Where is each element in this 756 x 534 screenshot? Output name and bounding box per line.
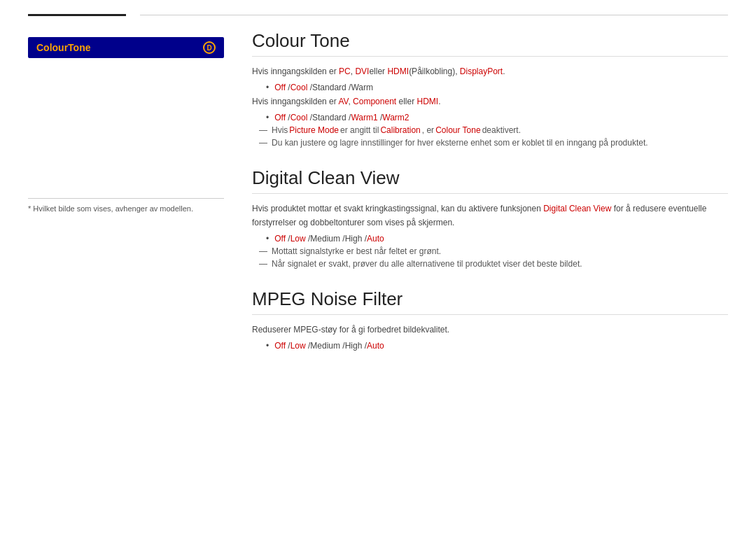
- mpeg-noise-filter-bullet1: Off /Low /Medium /High /Auto: [266, 341, 728, 351]
- colour-tone-bullet1: Off /Cool /Standard /Warm: [266, 83, 728, 92]
- left-panel: ColourTone D * Hvilket bilde som vises, …: [28, 30, 224, 370]
- footnote: * Hvilket bilde som vises, avhenger av m…: [28, 198, 224, 213]
- top-bar-line-right: [140, 15, 728, 15]
- digital-clean-view-para1: Hvis produktet mottar et svakt kringkast…: [252, 202, 728, 229]
- colour-tone-ui-label: ColourTone: [36, 42, 91, 53]
- colour-tone-note1: Hvis Picture Mode er angitt til Calibrat…: [259, 125, 728, 135]
- colour-tone-note2: Du kan justere og lagre innstillinger fo…: [259, 138, 728, 148]
- section-colour-tone: Colour Tone Hvis inngangskilden er PC, D…: [252, 30, 728, 148]
- top-bar: [0, 0, 756, 23]
- colour-tone-bullet2: Off /Cool /Standard /Warm1 /Warm2: [266, 113, 728, 122]
- digital-clean-view-note2: Når signalet er svakt, prøver du alle al…: [259, 259, 728, 269]
- right-panel: Colour Tone Hvis inngangskilden er PC, D…: [252, 30, 728, 370]
- section-digital-clean-view: Digital Clean View Hvis produktet mottar…: [252, 167, 728, 268]
- top-bar-line-left: [28, 14, 126, 16]
- colour-tone-ui-icon: D: [203, 41, 216, 54]
- colour-tone-para2: Hvis inngangskilden er AV, Component ell…: [252, 95, 728, 108]
- section-title-mpeg-noise-filter: MPEG Noise Filter: [252, 288, 728, 315]
- digital-clean-view-note1: Mottatt signalstyrke er best når feltet …: [259, 246, 728, 256]
- mpeg-noise-filter-para1: Reduserer MPEG-støy for å gi forbedret b…: [252, 323, 728, 337]
- colour-tone-ui: ColourTone D: [28, 37, 224, 58]
- colour-tone-para1: Hvis inngangskilden er PC, DVIeller HDMI…: [252, 65, 728, 78]
- digital-clean-view-bullet1: Off /Low /Medium /High /Auto: [266, 234, 728, 244]
- section-title-colour-tone: Colour Tone: [252, 30, 728, 57]
- section-mpeg-noise-filter: MPEG Noise Filter Reduserer MPEG-støy fo…: [252, 288, 728, 351]
- section-title-digital-clean-view: Digital Clean View: [252, 167, 728, 194]
